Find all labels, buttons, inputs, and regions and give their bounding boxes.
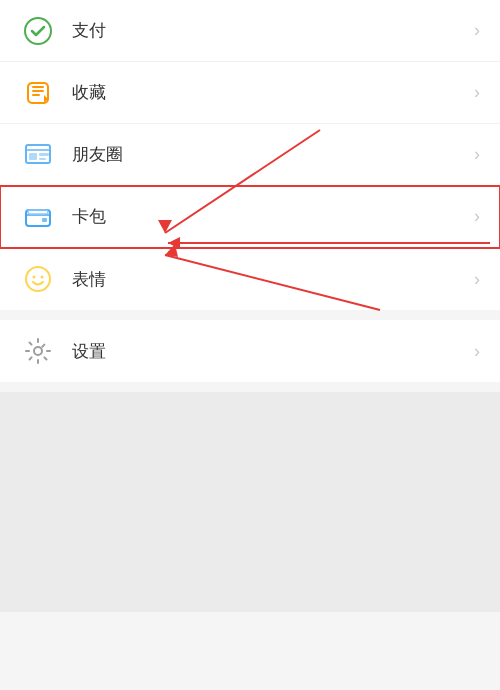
settings-label: 设置 xyxy=(72,340,474,363)
pay-chevron: › xyxy=(474,20,480,41)
menu-item-wallet[interactable]: 卡包 › xyxy=(0,186,500,248)
emoji-label: 表情 xyxy=(72,268,474,291)
pay-label: 支付 xyxy=(72,19,474,42)
settings-icon xyxy=(20,333,56,369)
svg-point-10 xyxy=(26,267,50,291)
moments-chevron: › xyxy=(474,144,480,165)
svg-point-0 xyxy=(25,18,51,44)
moments-icon xyxy=(20,137,56,173)
svg-rect-6 xyxy=(39,158,46,160)
collect-icon xyxy=(20,75,56,111)
menu-item-pay[interactable]: 支付 › xyxy=(0,0,500,62)
settings-chevron: › xyxy=(474,341,480,362)
svg-rect-5 xyxy=(39,153,49,156)
svg-rect-8 xyxy=(28,210,48,214)
wallet-chevron: › xyxy=(474,206,480,227)
svg-point-11 xyxy=(33,276,36,279)
svg-point-13 xyxy=(34,347,42,355)
svg-rect-7 xyxy=(26,210,50,226)
svg-rect-4 xyxy=(29,153,37,160)
emoji-chevron: › xyxy=(474,269,480,290)
collect-label: 收藏 xyxy=(72,81,474,104)
menu-item-settings[interactable]: 设置 › xyxy=(0,320,500,382)
menu-item-moments[interactable]: 朋友圈 › xyxy=(0,124,500,186)
collect-chevron: › xyxy=(474,82,480,103)
wallet-icon xyxy=(20,199,56,235)
pay-icon xyxy=(20,13,56,49)
bottom-area xyxy=(0,392,500,612)
wallet-label: 卡包 xyxy=(72,205,474,228)
emoji-icon xyxy=(20,261,56,297)
moments-label: 朋友圈 xyxy=(72,143,474,166)
menu-item-emoji[interactable]: 表情 › xyxy=(0,248,500,310)
menu-item-collect[interactable]: 收藏 › xyxy=(0,62,500,124)
menu-group-2: 设置 › xyxy=(0,320,500,382)
menu-group-1: 支付 › 收藏 › 朋友圈 › xyxy=(0,0,500,310)
svg-point-12 xyxy=(41,276,44,279)
svg-rect-9 xyxy=(42,218,47,222)
